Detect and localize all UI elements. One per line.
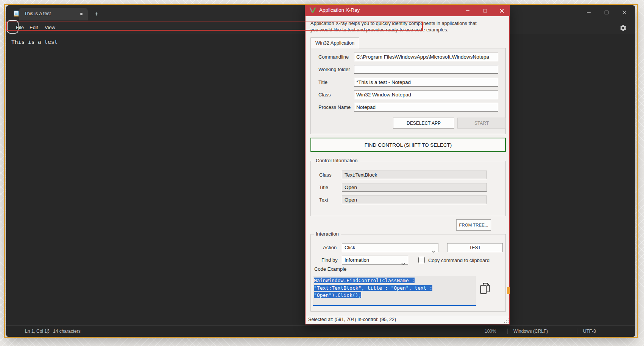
menu-view[interactable]: View: [45, 25, 55, 30]
highlight-marker: [507, 287, 510, 294]
commandline-label: Commandline: [318, 54, 349, 60]
notepad-minimize-button[interactable]: [580, 5, 597, 20]
copy-icon[interactable]: [479, 282, 491, 296]
unsaved-indicator-dot: [80, 13, 83, 15]
working-folder-label: Working folder: [318, 67, 350, 72]
xray-minimize-button[interactable]: [460, 5, 475, 16]
start-button[interactable]: START: [457, 118, 506, 129]
ci-class-label: Class: [319, 172, 332, 178]
xray-logo-icon: [309, 7, 316, 14]
tab-this-is-a-test[interactable]: This is a test: [19, 8, 88, 20]
ci-title-field[interactable]: Open: [342, 183, 487, 192]
status-encoding[interactable]: UTF-8: [583, 329, 596, 334]
action-label: Action: [323, 245, 337, 250]
code-example-textarea[interactable]: MainWindow.FindControl(className : "Text…: [313, 276, 476, 306]
find-control-button[interactable]: FIND CONTROL (SHIFT TO SELECT): [310, 138, 506, 152]
xray-titlebar: Application X-Ray: [305, 5, 510, 16]
status-divider: [507, 329, 508, 334]
process-name-label: Process Name: [318, 104, 351, 110]
xray-maximize-button[interactable]: [477, 5, 493, 16]
status-divider: [577, 329, 577, 334]
xray-dialog: Application X-Ray Application X-ray help…: [305, 5, 510, 324]
status-line-ending[interactable]: Windows (CRLF): [513, 329, 548, 334]
menu-edit[interactable]: Edit: [30, 25, 38, 30]
status-char-count: 14 characters: [53, 329, 81, 334]
class-field[interactable]: Win32 Window:Notepad: [354, 90, 498, 99]
ci-text-field[interactable]: Open: [342, 195, 487, 204]
ci-title-label: Title: [319, 185, 328, 190]
action-combobox[interactable]: Click: [342, 243, 438, 252]
code-line: MainWindow.FindControl(className :: [314, 278, 415, 283]
status-zoom[interactable]: 100%: [485, 329, 496, 334]
class-label: Class: [318, 92, 331, 98]
xray-description: Application X-ray helps you to quickly i…: [310, 20, 507, 33]
chevron-down-icon: [432, 247, 435, 255]
desktop: This is a test + File Edit View: [0, 0, 644, 346]
ci-text-label: Text: [319, 197, 328, 203]
win32-application-panel: Commandline C:\Program Files\WindowsApps…: [310, 48, 506, 134]
code-line: "Text:TextBlock", title : "Open", text :: [314, 285, 432, 291]
xray-statusbar: Selected at: (591, 704) In-control: (95,…: [306, 315, 509, 324]
tab-title: This is a test: [24, 11, 51, 16]
settings-gear-icon[interactable]: [619, 24, 627, 32]
ci-class-field[interactable]: Text:TextBlock: [342, 171, 487, 179]
copy-to-clipboard-label: Copy command to clipboard: [428, 258, 490, 263]
find-by-label: Find by: [321, 257, 338, 263]
title-label: Title: [318, 79, 327, 85]
notepad-maximize-button[interactable]: [597, 5, 615, 20]
code-example-label: Code Example: [314, 266, 346, 272]
code-line: "Open").Click();: [314, 292, 361, 298]
process-name-field[interactable]: Notepad: [354, 103, 498, 112]
working-folder-field[interactable]: [354, 65, 498, 74]
new-tab-button[interactable]: +: [92, 9, 101, 19]
interaction-label: Interaction: [314, 231, 341, 237]
notepad-statusbar: Ln 1, Col 15 14 characters 100% Windows …: [6, 325, 635, 337]
chevron-down-icon: [401, 259, 405, 268]
find-by-value: Information: [345, 257, 369, 263]
from-tree-button[interactable]: FROM TREE...: [456, 219, 491, 231]
notepad-close-button[interactable]: [615, 5, 633, 20]
copy-to-clipboard-checkbox[interactable]: [418, 257, 425, 263]
test-button[interactable]: TEST: [447, 243, 503, 252]
action-value: Click: [345, 245, 355, 250]
xray-close-button[interactable]: [494, 5, 509, 16]
resize-grip[interactable]: [504, 318, 508, 323]
status-divider: [47, 329, 48, 334]
tab-win32-application[interactable]: Win32 Application: [310, 37, 359, 48]
commandline-field[interactable]: C:\Program Files\WindowsApps\Microsoft.W…: [354, 53, 498, 61]
menu-file[interactable]: File: [16, 25, 24, 30]
find-by-combobox[interactable]: Information: [342, 256, 408, 265]
title-field[interactable]: *This is a test - Notepad: [354, 78, 498, 87]
selected-at-status: Selected at: (591, 704) In-control: (95,…: [308, 317, 396, 322]
deselect-app-button[interactable]: DESELECT APP: [393, 118, 454, 129]
editor-text: This is a test: [11, 39, 58, 45]
control-information-label: Control Information: [314, 158, 360, 163]
status-line-col: Ln 1, Col 15: [25, 329, 50, 334]
control-information-group: Control Information Class Text:TextBlock…: [310, 161, 506, 216]
xray-window-title: Application X-Ray: [319, 7, 360, 13]
